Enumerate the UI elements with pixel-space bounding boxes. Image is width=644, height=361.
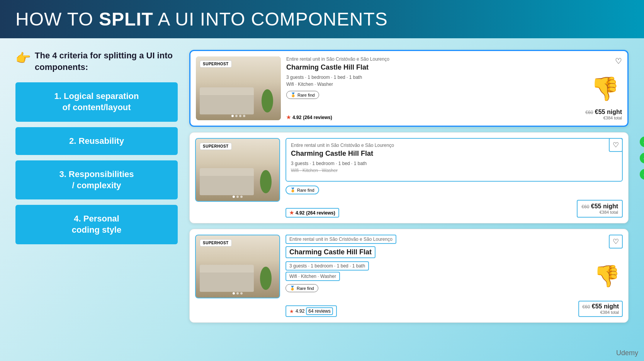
- superhost-badge-3: SUPERHOST: [200, 239, 232, 247]
- rare-badge-1: 🏅 Rare find: [286, 91, 319, 99]
- thumbs-down-1: 👎: [591, 75, 620, 102]
- card-2-info: ♡ Entire rental unit in São Cristóvão e …: [285, 138, 623, 218]
- criteria-btn-3[interactable]: 3. Responsibilities / complexity: [15, 160, 178, 199]
- card-1-amenities: Wifi · Kitchen · Washer: [286, 82, 622, 87]
- card-2-pricing: €60 €55 night €384 total: [577, 200, 623, 218]
- thumbs-down-3: 👎: [594, 263, 620, 288]
- card-2-image: SUPERHOST: [195, 138, 280, 202]
- superhost-badge-1: SUPERHOST: [200, 60, 232, 68]
- wishlist-button-1[interactable]: ♡: [615, 56, 622, 66]
- check-icon-3: ✓: [640, 169, 644, 180]
- criteria-btn-1[interactable]: 1. Logical separation of content/layout: [15, 82, 178, 121]
- card-3-subtitle: Entire rental unit in São Cristóvão e Sã…: [285, 235, 396, 244]
- card-1-pricing: €60 €55 night €384 total: [585, 109, 622, 120]
- check-item-3: ✓ Low complexity: [640, 169, 644, 180]
- rare-icon-1: 🏅: [291, 92, 296, 97]
- wishlist-button-2[interactable]: ♡: [609, 138, 623, 152]
- rare-badge-3: 🏅 Rare find: [285, 284, 318, 292]
- card-3-amenities: Wifi · Kitchen · Washer: [285, 272, 340, 281]
- image-dots-1: [231, 115, 245, 117]
- page-title: HOW TO SPLIT A UI INTO COMPONENTS: [15, 9, 629, 30]
- card-1-rating: ★ 4.92 (264 reviews): [286, 114, 332, 120]
- listing-card-3: SUPERHOST ♡ Entire rental unit in São Cr…: [189, 229, 629, 323]
- card-1-title: Charming Castle Hill Flat: [286, 63, 622, 72]
- star-icon-1: ★: [286, 114, 291, 120]
- main-content: 👉 The 4 criteria for splitting a UI into…: [0, 38, 644, 361]
- card-3-title: Charming Castle Hill Flat: [285, 246, 376, 258]
- card-1-info: ♡ Entire rental unit in São Cristóvão e …: [286, 56, 622, 120]
- card-1-features: 3 guests · 1 bedroom · 1 bed · 1 bath: [286, 75, 622, 80]
- criteria-btn-2[interactable]: 2. Reusability: [15, 127, 178, 155]
- check-icon-2: ✓: [640, 153, 644, 163]
- card-2-rating: ★ 4.92 (264 reviews): [285, 208, 339, 218]
- card-2-subtitle: Entire rental unit in São Cristóvão e Sã…: [291, 143, 617, 148]
- card-2-amenities: Wifi · Kitchen · Washer: [291, 168, 617, 173]
- star-icon-3: ★: [289, 308, 294, 314]
- rare-icon-2: 🏅: [290, 187, 296, 192]
- pointing-emoji: 👉: [15, 51, 31, 65]
- udemy-logo: Udemy: [616, 349, 638, 357]
- check-item-2: ✓ Some are reusable: [640, 153, 644, 163]
- criteria-btn-4[interactable]: 4. Personal coding style: [15, 205, 178, 244]
- right-panel: SUPERHOST ♡ Entire rental unit in São Cr…: [189, 50, 629, 349]
- superhost-badge-2: SUPERHOST: [200, 143, 232, 150]
- card-3-pricing: €60 €55 night €384 total: [578, 301, 623, 317]
- rare-badge-2: 🏅 Rare find: [285, 186, 319, 194]
- left-panel: 👉 The 4 criteria for splitting a UI into…: [15, 50, 178, 349]
- card-2-features: 3 guests · 1 bedroom · 1 bed · 1 bath: [291, 161, 617, 166]
- card-3-info: ♡ Entire rental unit in São Cristóvão e …: [285, 235, 623, 317]
- intro-section: 👉 The 4 criteria for splitting a UI into…: [15, 50, 178, 73]
- page-header: HOW TO SPLIT A UI INTO COMPONENTS: [0, 0, 644, 38]
- listing-card-1: SUPERHOST ♡ Entire rental unit in São Cr…: [189, 50, 629, 127]
- listing-card-2: SUPERHOST ♡ Entire rental unit in São Cr…: [189, 132, 629, 223]
- card-2-main-info-box: Entire rental unit in São Cristóvão e Sã…: [285, 138, 623, 182]
- card-3-image: SUPERHOST: [195, 235, 280, 298]
- card-3-features: 3 guests · 1 bedroom · 1 bed · 1 bath: [285, 261, 369, 271]
- intro-text: The 4 criteria for splitting a UI into c…: [35, 50, 178, 73]
- card-2-title: Charming Castle Hill Flat: [291, 150, 617, 158]
- card-3-rating: ★ 4.92 64 reviews: [285, 305, 337, 317]
- check-icon-1: ✓: [640, 136, 644, 147]
- checklist-panel: ✓ Logical separation ✓ Some are reusable…: [640, 136, 644, 185]
- card-1-subtitle: Entire rental unit in São Cristóvão e Sã…: [286, 56, 622, 62]
- image-dots-3: [233, 292, 243, 295]
- rare-icon-3: 🏅: [290, 286, 295, 291]
- star-icon-2: ★: [289, 210, 294, 216]
- card-1-image: SUPERHOST: [196, 56, 281, 120]
- wishlist-button-3[interactable]: ♡: [609, 235, 623, 249]
- image-dots-2: [233, 196, 243, 198]
- check-item-1: ✓ Logical separation: [640, 136, 644, 147]
